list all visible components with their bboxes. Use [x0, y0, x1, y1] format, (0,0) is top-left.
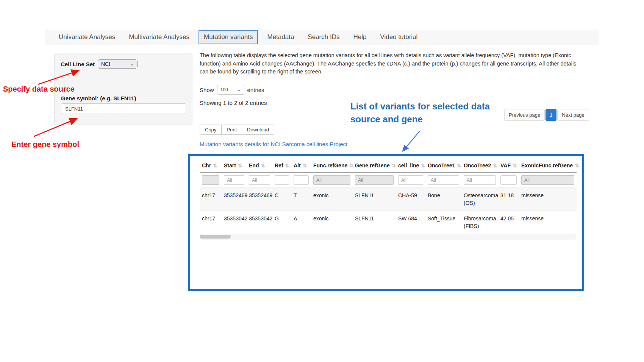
previous-page-button[interactable]: Previous page — [504, 109, 545, 121]
print-button[interactable]: Print — [222, 125, 242, 135]
annotation-specify-data-source: Specify data source — [3, 85, 75, 94]
export-button-group: Copy Print Download — [200, 125, 274, 135]
column-header-exonicfunc-refgene[interactable]: ExonicFunc.refGene⇅ — [519, 159, 577, 173]
cell-line-filter[interactable] — [398, 175, 423, 185]
table-row[interactable]: chr17 35352469 35352469 C T exonic SLFN1… — [200, 188, 577, 211]
cell-line-set-label: Cell Line Set — [61, 61, 95, 67]
column-header-cell-line[interactable]: cell_line⇅ — [396, 159, 425, 173]
cell-oncotree1: Bone — [425, 188, 461, 211]
variants-table: Chr⇅ Start⇅ End⇅ Ref⇅ Alt⇅ Func.refGene⇅… — [200, 159, 577, 234]
cell-end: 35352469 — [247, 188, 272, 211]
vaf-filter[interactable] — [500, 175, 517, 185]
annotation-enter-gene-symbol: Enter gene symbol — [11, 140, 79, 149]
column-header-end[interactable]: End⇅ — [247, 159, 272, 173]
cell-exonicfunc-refgene: missense — [519, 188, 577, 211]
input-panel: Cell Line Set NCI ⌄ Gene symbol: (e.g. S… — [54, 53, 192, 125]
sort-icon[interactable]: ⇅ — [392, 163, 396, 169]
sort-icon[interactable]: ⇅ — [513, 163, 517, 169]
cell-gene-refgene: SLFN11 — [353, 188, 396, 211]
column-header-alt[interactable]: Alt⇅ — [291, 159, 311, 173]
sort-icon[interactable]: ⇅ — [493, 163, 497, 169]
tab-multivariate-analyses[interactable]: Multivariate Analyses — [124, 31, 194, 44]
cell-alt: T — [291, 188, 311, 211]
sort-icon[interactable]: ⇅ — [213, 163, 217, 169]
column-header-oncotree1[interactable]: OncoTree1⇅ — [425, 159, 461, 173]
alt-filter[interactable] — [294, 175, 309, 185]
download-button[interactable]: Download — [242, 125, 274, 135]
gene-symbol-input[interactable] — [61, 103, 186, 114]
sort-icon[interactable]: ⇅ — [238, 163, 242, 169]
column-header-ref[interactable]: Ref⇅ — [272, 159, 291, 173]
exonicfunc-refgene-filter[interactable]: All — [521, 175, 574, 185]
oncotree1-filter[interactable] — [428, 175, 459, 185]
tab-help[interactable]: Help — [349, 31, 371, 44]
chr-filter[interactable] — [202, 175, 219, 185]
cell-gene-refgene: SLFN11 — [353, 211, 396, 234]
tab-video-tutorial[interactable]: Video tutorial — [375, 31, 422, 44]
sort-icon[interactable]: ⇅ — [261, 163, 265, 169]
chevron-down-icon: ⌄ — [130, 62, 134, 66]
header-row: Chr⇅ Start⇅ End⇅ Ref⇅ Alt⇅ Func.refGene⇅… — [200, 159, 577, 173]
column-header-oncotree2[interactable]: OncoTree2⇅ — [461, 159, 498, 173]
page-number-button[interactable]: 1 — [546, 109, 556, 121]
page-length-select[interactable]: 100 ⌄ — [217, 85, 244, 95]
cell-exonicfunc-refgene: missense — [519, 211, 577, 234]
cell-end: 35353042 — [247, 211, 272, 234]
sort-icon[interactable]: ⇅ — [303, 163, 307, 169]
tab-search-ids[interactable]: Search IDs — [303, 31, 344, 44]
cell-oncotree2: Fibrosarcoma (FIBS) — [461, 211, 498, 234]
column-header-start[interactable]: Start⇅ — [222, 159, 247, 173]
sort-icon[interactable]: ⇅ — [421, 163, 425, 169]
sort-icon[interactable]: ⇅ — [349, 163, 353, 169]
cell-cell-line: SW 684 — [396, 211, 425, 234]
sort-icon[interactable]: ⇅ — [285, 163, 289, 169]
tab-metadata[interactable]: Metadata — [263, 31, 299, 44]
column-header-gene-refgene[interactable]: Gene.refGene⇅ — [353, 159, 396, 173]
table-info-text: Showing 1 to 2 of 2 entries — [200, 100, 267, 106]
cell-func-refgene: exonic — [311, 188, 353, 211]
sort-icon[interactable]: ⇅ — [575, 163, 579, 169]
tab-univariate-analyses[interactable]: Univariate Analyses — [54, 31, 120, 44]
cell-cell-line: CHA-59 — [396, 188, 425, 211]
end-filter[interactable] — [249, 175, 270, 185]
tab-mutation-variants[interactable]: Mutation variants — [199, 30, 258, 44]
gene-refgene-filter[interactable]: All — [355, 175, 394, 185]
cell-vaf: 42.05 — [498, 211, 519, 234]
cell-ref: C — [272, 188, 291, 211]
cell-start: 35353042 — [222, 211, 247, 234]
cell-oncotree2: Osteosarcoma (OS) — [461, 188, 498, 211]
blue-arrow-to-table — [403, 131, 420, 151]
column-header-func-refgene[interactable]: Func.refGene⇅ — [311, 159, 353, 173]
cell-line-set-select[interactable]: NCI ⌄ — [98, 59, 138, 69]
show-label: Show — [200, 87, 214, 93]
func-refgene-filter[interactable]: All — [313, 175, 350, 185]
oncotree2-filter[interactable] — [464, 175, 496, 185]
cell-chr: chr17 — [200, 188, 222, 211]
column-header-chr[interactable]: Chr⇅ — [200, 159, 222, 173]
sort-icon[interactable]: ⇅ — [457, 163, 461, 169]
filter-row: All All All — [200, 173, 577, 188]
top-navbar: Univariate Analyses Multivariate Analyse… — [45, 30, 599, 45]
copy-button[interactable]: Copy — [200, 125, 222, 135]
gene-symbol-label: Gene symbol: (e.g. SLFN11) — [61, 95, 136, 101]
scrollbar-thumb[interactable] — [200, 235, 231, 239]
ref-filter[interactable] — [275, 175, 289, 185]
page-length-value: 100 — [220, 87, 228, 92]
cell-chr: chr17 — [200, 211, 222, 234]
cell-line-set-value: NCI — [101, 61, 110, 67]
page-length-control: Show 100 ⌄ entries — [200, 85, 264, 95]
column-header-vaf[interactable]: VAF⇅ — [498, 159, 519, 173]
start-filter[interactable] — [224, 175, 244, 185]
chevron-down-icon: ⌄ — [237, 88, 241, 92]
cell-alt: A — [291, 211, 311, 234]
table-row[interactable]: chr17 35353042 35353042 G A exonic SLFN1… — [200, 211, 577, 234]
annotation-list-of-variants: List of variants for selected data sourc… — [350, 100, 510, 126]
cell-vaf: 31.18 — [498, 188, 519, 211]
next-page-button[interactable]: Next page — [557, 109, 589, 121]
cell-oncotree1: Soft_Tissue — [425, 211, 461, 234]
table-caption-link[interactable]: Mutation variants details for NCI Sarcom… — [200, 141, 347, 147]
cell-ref: G — [272, 211, 291, 234]
table-description: The following table displays the selecte… — [200, 51, 578, 76]
horizontal-scrollbar[interactable] — [200, 234, 577, 240]
cell-func-refgene: exonic — [311, 211, 353, 234]
